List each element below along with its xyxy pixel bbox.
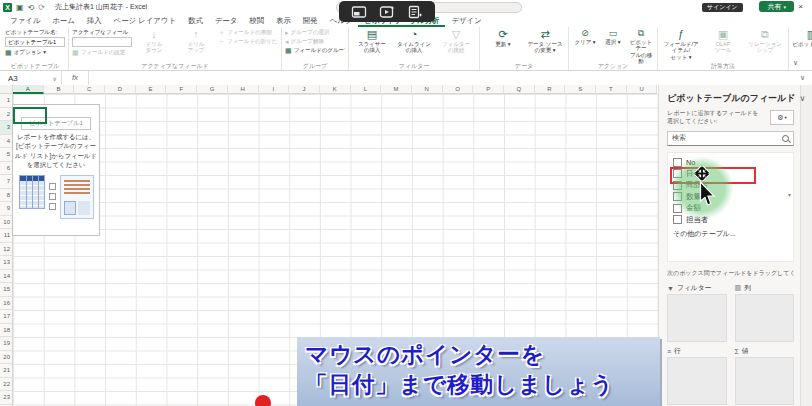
ribbon-button-pivotchart[interactable]: ▥ピボットグラフ [792, 28, 812, 47]
row-header-16[interactable]: 16 [0, 297, 13, 311]
row-header-23[interactable]: 23 [0, 391, 13, 405]
row-header-17[interactable]: 17 [0, 310, 13, 324]
name-box[interactable]: A3 ∨ [0, 71, 62, 85]
ribbon-input[interactable] [72, 37, 132, 47]
video-sparkle-icon[interactable] [379, 5, 395, 19]
row-header-14[interactable]: 14 [0, 270, 13, 284]
pip-icon[interactable] [351, 5, 367, 19]
formula-bar-expand-icon[interactable]: ∨ [800, 74, 805, 82]
fx-icon[interactable]: fx [62, 71, 89, 85]
field-row-amount[interactable]: 金額 [670, 203, 791, 215]
column-header-F[interactable]: F [166, 85, 197, 94]
column-header-M[interactable]: M [381, 85, 412, 94]
ribbon-button-group-select[interactable]: ▸グループの選択 [285, 28, 345, 37]
column-header-I[interactable]: I [259, 85, 290, 94]
column-header-G[interactable]: G [197, 85, 228, 94]
field-search-input[interactable]: 検索 [667, 131, 794, 146]
column-header-N[interactable]: N [412, 85, 443, 94]
row-header-15[interactable]: 15 [0, 283, 13, 297]
column-header-P[interactable]: P [473, 85, 504, 94]
ribbon-button-expand[interactable]: ＋フィールドの展開 [218, 28, 278, 37]
field-checkbox-no[interactable] [673, 158, 682, 167]
ribbon-collapse-icon[interactable]: ∨ [793, 59, 798, 67]
area-dropzone-rows[interactable] [667, 357, 727, 405]
field-checkbox-quantity[interactable] [673, 192, 682, 201]
column-header-H[interactable]: H [228, 85, 259, 94]
ribbon-button-ungroup[interactable]: ◂グループ解除 [285, 37, 345, 46]
ribbon-button-drill-up[interactable]: ↑ドリル アップ [176, 28, 216, 54]
ribbon-button-select[interactable]: ▭選択 ▾ [600, 28, 626, 45]
column-header-U[interactable]: U [627, 85, 658, 94]
undo-icon[interactable]: ⟲ [28, 3, 35, 12]
ribbon-button-olap[interactable]: ▣OLAP ツール [703, 28, 743, 54]
ribbon-button-slicer[interactable]: ▤スライサー の挿入 [352, 28, 392, 54]
field-row-staff[interactable]: 担当者 [670, 214, 791, 226]
pane-scrollbar[interactable] [800, 85, 812, 406]
area-dropzone-columns[interactable] [735, 294, 795, 342]
ribbon-button-relationships[interactable]: ⧉リレーション シップ [745, 28, 785, 54]
ribbon-button-collapse[interactable]: －フィールドの折りたたみ [218, 37, 278, 46]
column-header-C[interactable]: C [74, 85, 105, 94]
formula-input[interactable] [89, 71, 812, 85]
selected-cell[interactable] [13, 107, 47, 124]
other-tables-link[interactable]: その他のテーブル... [670, 229, 791, 239]
row-header-18[interactable]: 18 [0, 324, 13, 338]
column-header-T[interactable]: T [596, 85, 627, 94]
row-header-12[interactable]: 12 [0, 243, 13, 257]
column-header-B[interactable]: B [44, 85, 75, 94]
ribbon-button-field-settings[interactable]: ▦フィールドの設定 [72, 48, 132, 57]
excel-window: X ▣ ⟲ ⟳ 売上集計表1 山田花子 - Excel 検索 サインイン ─ ▢… [0, 0, 812, 406]
row-header-19[interactable]: 19 [0, 337, 13, 351]
column-header-J[interactable]: J [289, 85, 320, 94]
column-header-E[interactable]: E [136, 85, 167, 94]
ribbon-button-clear[interactable]: ⊘クリア ▾ [572, 28, 598, 45]
field-checkbox-staff[interactable] [673, 215, 682, 224]
area-dropzone-filters[interactable] [667, 294, 727, 342]
pane-tools-button[interactable]: ⚙ ▾ [770, 110, 794, 125]
column-header-S[interactable]: S [565, 85, 596, 94]
signin-button[interactable]: サインイン [702, 3, 743, 12]
column-header-R[interactable]: R [535, 85, 566, 94]
ribbon-input[interactable]: ピボットテーブル1 [5, 37, 65, 47]
column-header-Q[interactable]: Q [504, 85, 535, 94]
tab-review[interactable]: 校閲 [243, 14, 270, 27]
ribbon-button-datasource[interactable]: ⇄データ ソース の変更 ▾ [525, 28, 565, 54]
row-header-13[interactable]: 13 [0, 256, 13, 270]
row-header-20[interactable]: 20 [0, 351, 13, 365]
tab-formulas[interactable]: 数式 [182, 14, 209, 27]
row-header-21[interactable]: 21 [0, 364, 13, 378]
tab-insert[interactable]: 挿入 [81, 14, 108, 27]
ribbon-button-group-field[interactable]: ▦フィールドのグループ化 [285, 46, 345, 55]
pane-options-chevron-icon[interactable]: ∨ [796, 94, 810, 103]
ribbon-button-calc[interactable]: ƒフィールド/アイテム/ セット ▾ [661, 28, 701, 60]
tab-view[interactable]: 表示 [270, 14, 297, 27]
column-header-A[interactable]: A [13, 85, 44, 94]
save-icon[interactable]: ▣ [16, 3, 24, 12]
field-row-quantity[interactable]: 数量 [670, 191, 791, 203]
ribbon-button-filter-connect[interactable]: ▽フィルター の接続 [436, 28, 476, 54]
ribbon-button-drill-down[interactable]: ↓ドリル ダウン [134, 28, 174, 54]
column-header-K[interactable]: K [320, 85, 351, 94]
field-row-date[interactable]: 日付 [670, 168, 791, 180]
column-header-D[interactable]: D [105, 85, 136, 94]
tab-home[interactable]: ホーム [46, 14, 81, 27]
ribbon-button-options[interactable]: ▦オプション ▾ [5, 48, 65, 57]
tab-file[interactable]: ファイル [4, 14, 46, 27]
select-all-corner[interactable] [0, 85, 13, 94]
tab-page-layout[interactable]: ページ レイアウト [108, 14, 182, 27]
ribbon-button-refresh[interactable]: ⟳更新 ▾ [483, 28, 523, 47]
column-header-L[interactable]: L [351, 85, 382, 94]
redo-icon[interactable]: ⟳ [38, 3, 45, 12]
tab-developer[interactable]: 開発 [297, 14, 324, 27]
ribbon-button-timeline[interactable]: ◔タイムライン の挿入 [394, 28, 434, 54]
ribbon-button-move[interactable]: ⧉ピボットテー ブルの移動 [628, 28, 654, 64]
tab-design[interactable]: デザイン [445, 14, 487, 27]
tab-data[interactable]: データ [209, 14, 244, 27]
column-header-O[interactable]: O [443, 85, 474, 94]
row-header-22[interactable]: 22 [0, 378, 13, 392]
notes-sparkle-icon[interactable] [407, 5, 423, 19]
field-checkbox-date[interactable] [673, 169, 682, 178]
share-button[interactable]: 共有 ▾ [759, 1, 794, 12]
field-checkbox-amount[interactable] [673, 204, 682, 213]
area-dropzone-values[interactable] [735, 357, 795, 405]
